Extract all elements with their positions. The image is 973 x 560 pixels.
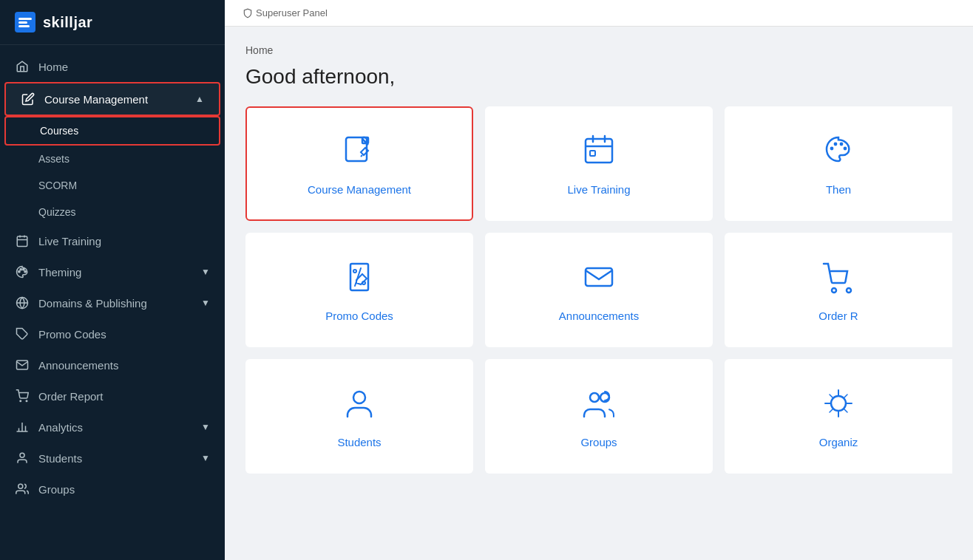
- svg-point-10: [23, 269, 24, 270]
- edit-icon: [21, 92, 35, 106]
- theming-icon: [15, 265, 30, 279]
- sidebar-sub-quizzes[interactable]: Quizzes: [0, 199, 225, 225]
- course-mgmt-icon: [340, 132, 379, 173]
- sidebar-item-live-training[interactable]: Live Training: [0, 225, 225, 256]
- card-order-label: Order R: [818, 310, 858, 322]
- svg-point-34: [353, 270, 356, 273]
- home-icon: [15, 60, 30, 73]
- cards-grid: Course Management Live Training: [245, 106, 952, 474]
- card-theming[interactable]: Then: [725, 106, 952, 221]
- svg-rect-3: [18, 25, 30, 27]
- sidebar-item-domains-label: Domains & Publishing: [38, 297, 192, 310]
- card-live-training-label: Live Training: [567, 183, 630, 196]
- sidebar-item-groups-label: Groups: [38, 483, 210, 496]
- groups-icon: [15, 482, 30, 496]
- card-students-label: Students: [337, 436, 381, 448]
- chevron-down-icon-theming: ▼: [201, 267, 210, 277]
- cart-icon: [15, 389, 30, 403]
- content-area: Home Good afternoon, Course Management: [225, 27, 973, 560]
- page-greeting: Good afternoon,: [245, 65, 952, 89]
- main-content: Superuser Panel Home Good afternoon,: [225, 0, 973, 560]
- sidebar-item-students[interactable]: Students ▼: [0, 443, 225, 474]
- sidebar-item-home[interactable]: Home: [0, 51, 225, 82]
- svg-point-38: [847, 288, 851, 293]
- groups-card-icon: [580, 384, 618, 426]
- card-promo-codes[interactable]: Promo Codes: [245, 233, 473, 347]
- sidebar-item-promo-codes[interactable]: Promo Codes: [0, 318, 225, 349]
- card-announcements-label: Announcements: [559, 310, 639, 322]
- svg-point-31: [834, 143, 838, 146]
- sidebar-item-groups[interactable]: Groups: [0, 474, 225, 505]
- svg-point-15: [20, 400, 21, 402]
- chevron-down-icon-analytics: ▼: [201, 422, 210, 432]
- card-groups-label: Groups: [580, 436, 617, 448]
- sidebar: skilljar Home Course Management ▲: [0, 0, 225, 560]
- svg-point-30: [830, 147, 834, 151]
- sidebar-sub-courses[interactable]: Courses: [4, 116, 220, 146]
- sidebar-item-home-label: Home: [38, 61, 210, 73]
- students-icon: [15, 451, 30, 465]
- breadcrumb: Home: [245, 44, 952, 56]
- superuser-link[interactable]: Superuser Panel: [243, 7, 328, 18]
- chevron-down-icon-domains: ▼: [201, 298, 210, 308]
- sidebar-item-promo-label: Promo Codes: [38, 328, 210, 341]
- promo-codes-icon: [340, 258, 379, 299]
- sidebar-item-announcements[interactable]: Announcements: [0, 349, 225, 380]
- svg-point-11: [24, 271, 26, 273]
- announcements-icon: [580, 258, 618, 299]
- logo-area: skilljar: [0, 0, 225, 45]
- card-promo-codes-label: Promo Codes: [325, 310, 393, 322]
- sidebar-item-theming-label: Theming: [38, 266, 192, 279]
- svg-point-16: [26, 400, 27, 402]
- analytics-icon: [15, 420, 30, 434]
- svg-rect-29: [590, 151, 595, 156]
- breadcrumb-home: Home: [245, 44, 273, 56]
- theming-card-icon: [819, 132, 858, 173]
- svg-rect-2: [18, 21, 27, 24]
- chevron-down-icon-students: ▼: [201, 453, 210, 463]
- sidebar-item-analytics-label: Analytics: [38, 421, 192, 434]
- top-bar: Superuser Panel: [225, 0, 973, 27]
- card-students[interactable]: Students: [245, 359, 473, 474]
- chevron-up-icon: ▲: [195, 94, 204, 104]
- svg-rect-4: [17, 236, 27, 247]
- skilljar-logo-icon: [15, 12, 35, 33]
- domains-icon: [15, 296, 30, 310]
- sidebar-item-domains[interactable]: Domains & Publishing ▼: [0, 287, 225, 318]
- svg-point-40: [590, 393, 599, 402]
- sidebar-item-order-label: Order Report: [38, 390, 210, 403]
- calendar-icon: [15, 234, 30, 247]
- sidebar-sub-assets-label: Assets: [38, 153, 70, 165]
- svg-point-8: [18, 271, 20, 273]
- sidebar-sub-scorm[interactable]: SCORM: [0, 172, 225, 199]
- sidebar-sub-assets[interactable]: Assets: [0, 146, 225, 172]
- card-live-training[interactable]: Live Training: [485, 106, 713, 221]
- live-training-icon: [580, 132, 618, 173]
- card-organiz-label: Organiz: [819, 436, 858, 448]
- sidebar-item-order-report[interactable]: Order Report: [0, 380, 225, 412]
- sidebar-nav: Home Course Management ▲ Courses Assets …: [0, 45, 225, 560]
- sidebar-item-course-management[interactable]: Course Management ▲: [4, 82, 220, 116]
- card-organiz[interactable]: Organiz: [725, 359, 952, 474]
- sidebar-item-theming[interactable]: Theming ▼: [0, 256, 225, 287]
- card-announcements[interactable]: Announcements: [485, 233, 713, 347]
- sidebar-item-course-management-label: Course Management: [44, 93, 186, 106]
- svg-rect-36: [586, 268, 612, 286]
- card-order-report[interactable]: Order R: [725, 233, 952, 347]
- svg-rect-1: [18, 18, 32, 20]
- svg-point-39: [353, 392, 365, 403]
- order-icon: [819, 258, 858, 299]
- sidebar-item-analytics[interactable]: Analytics ▼: [0, 412, 225, 443]
- card-course-management-label: Course Management: [308, 183, 411, 196]
- sidebar-item-live-training-label: Live Training: [38, 235, 210, 247]
- svg-point-22: [18, 484, 23, 488]
- brand-name: skilljar: [43, 14, 92, 31]
- sidebar-item-announcements-label: Announcements: [38, 359, 210, 372]
- sidebar-sub-courses-label: Courses: [40, 125, 78, 137]
- org-icon: [819, 384, 858, 426]
- superuser-icon: [243, 8, 253, 18]
- card-course-management[interactable]: Course Management: [245, 106, 473, 221]
- sidebar-sub-quizzes-label: Quizzes: [38, 206, 76, 218]
- promo-icon: [15, 327, 30, 341]
- card-groups[interactable]: Groups: [485, 359, 713, 474]
